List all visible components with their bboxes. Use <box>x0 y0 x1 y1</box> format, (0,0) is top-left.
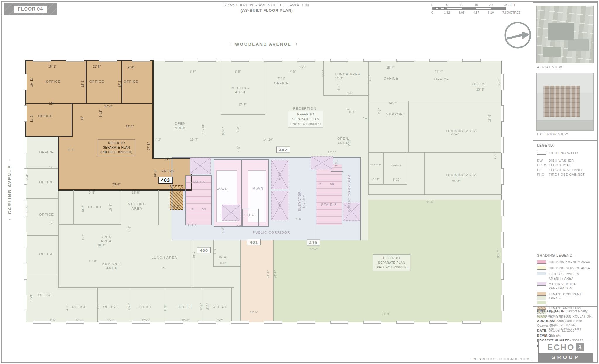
plan-note: REFER TO SEPARATE PLAN (PROJECT #90014) <box>288 111 323 127</box>
dimension-label: 14'-1" <box>126 125 134 128</box>
window-opening <box>165 59 183 62</box>
window-opening <box>501 168 504 185</box>
dimension-label: 7'-11" <box>277 77 285 80</box>
window-opening <box>462 59 481 62</box>
room-label: FHC <box>188 223 196 227</box>
wall <box>26 103 153 104</box>
road-photo-shape <box>537 120 593 130</box>
dimension-label: 8'-9" <box>97 303 100 309</box>
room-label: W.WR. <box>217 187 229 191</box>
shading-legend-item: TENANT OCCUPANT AREA'S <box>537 292 594 304</box>
wall <box>368 101 502 101</box>
wall <box>273 240 274 322</box>
shading-legend-title: SHADING LEGEND: <box>537 253 594 258</box>
room-label: OFFICE <box>391 164 402 167</box>
window-opening <box>330 321 348 324</box>
room-label: UP <box>318 182 322 186</box>
dimension-label: 8'-9" <box>164 305 167 311</box>
room-label: ELEVATOR LOBBY <box>297 191 306 212</box>
dimension-label: 27'-7" <box>309 248 318 251</box>
room-label: OPEN AREA <box>175 121 186 130</box>
room-tag: 400 <box>197 247 211 253</box>
prepared-by-note: PREPARED BY: ECHO3GROUP.COM <box>439 357 529 361</box>
dimension-label: 12' <box>49 102 53 105</box>
dimension-label: 12'-6" <box>142 319 150 322</box>
wall <box>121 190 121 225</box>
window-opening <box>396 59 414 62</box>
wall <box>258 209 259 226</box>
room-label: ELEC. <box>244 213 256 217</box>
dimension-label: 27'-5" <box>147 142 150 150</box>
shaft-box <box>222 205 240 221</box>
room-label: TRAINING AREA <box>445 129 477 133</box>
shading-label: FLOOR SERVICE & AMENITY AREA <box>549 272 594 280</box>
wall <box>368 184 407 185</box>
room-label: DN <box>202 208 206 211</box>
dimension-label: 12'-1" <box>181 319 190 322</box>
wall <box>268 159 269 227</box>
wall <box>73 190 74 225</box>
dimension-label: 14'-10" <box>263 138 273 141</box>
dimension-label: 8'-9" <box>65 304 68 311</box>
wall <box>58 287 234 288</box>
dimension-label: 23'-1" <box>112 183 121 186</box>
room-label: SUPPORT <box>386 112 405 117</box>
project-info-label: REVISION: <box>537 334 556 337</box>
shading-label: BUILDING AMENITY AREA <box>549 260 590 264</box>
window-opening <box>429 59 447 62</box>
window-opening <box>24 105 27 122</box>
plan-zone <box>316 164 342 225</box>
wall <box>58 191 59 288</box>
dimension-label: 21' <box>162 266 166 270</box>
dimension-label: 18'-7" <box>190 138 198 141</box>
wall <box>360 157 361 240</box>
dimension-label: 9'-8" <box>235 70 241 73</box>
shaft-box <box>190 158 211 174</box>
window-opening <box>264 321 282 324</box>
room-label: OFFICE <box>46 80 61 84</box>
dimension-label: 4'-3" <box>221 227 225 233</box>
shaft-box <box>343 203 360 221</box>
shading-swatch <box>537 272 546 275</box>
wall <box>316 225 342 225</box>
window-opening <box>99 59 117 62</box>
room-label: OFFICE <box>384 76 399 81</box>
shading-swatch <box>537 296 546 300</box>
shading-label: MAJOR VERTICAL PENETRATION <box>549 282 594 290</box>
shading-swatch-stack <box>537 260 546 264</box>
sidebar-divider <box>533 140 597 141</box>
legend-existing-walls: EXISTING WALLS <box>537 150 594 156</box>
room-label: TEL. <box>335 160 338 166</box>
dimension-label: 16'-1" <box>97 244 106 247</box>
wall <box>316 164 316 225</box>
dimension-label: 29'-7" <box>493 151 497 159</box>
window-opening <box>501 200 504 216</box>
room-label: OFFICE <box>124 80 139 84</box>
dimension-label: 14'-1" <box>328 151 336 154</box>
dimension-label: 6'-11" <box>99 109 102 117</box>
logo-word: ECHO <box>548 343 575 352</box>
window-opening <box>231 59 249 62</box>
aerial-view-caption: AERIAL VIEW <box>537 65 562 69</box>
shading-swatch <box>537 301 546 304</box>
dimension-label: 4'-4" <box>128 226 131 232</box>
window-opening <box>165 321 183 324</box>
shading-swatch <box>537 260 546 264</box>
room-label: OFFICE <box>213 305 228 309</box>
room-label: OFFICE <box>103 305 118 309</box>
room-label: OFFICE <box>39 252 54 256</box>
project-info-label: PREPARED FOR: <box>537 309 567 313</box>
wall <box>323 95 368 96</box>
room-label: UP <box>190 208 194 211</box>
legend-abbrev-label: ELECTRICAL PANEL <box>549 168 583 172</box>
dimension-label: 8'-9" <box>89 191 95 194</box>
dimension-label: 6'-10" <box>393 178 401 181</box>
legend-abbrev-label: FIRE HOSE CABINET <box>549 173 585 176</box>
wall <box>72 103 73 137</box>
window-opening <box>501 232 504 248</box>
window-opening <box>501 137 504 153</box>
wall <box>211 175 212 225</box>
dimension-label: 4'-5" <box>237 146 240 152</box>
wall <box>121 61 122 103</box>
room-label: DN <box>330 182 334 186</box>
